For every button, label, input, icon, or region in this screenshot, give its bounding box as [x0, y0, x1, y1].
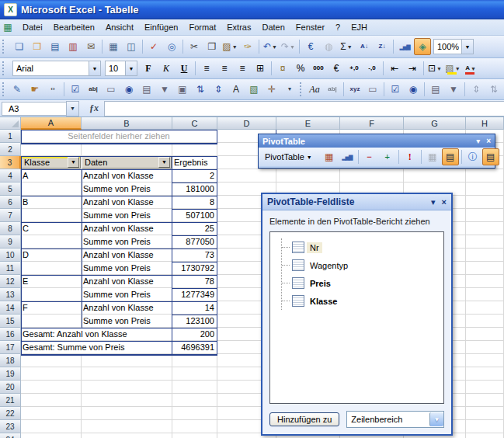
- cell-b24[interactable]: [82, 433, 172, 438]
- column-header-e[interactable]: E: [276, 117, 340, 130]
- font-color-button[interactable]: A▼: [462, 60, 479, 77]
- image-button[interactable]: ▧: [245, 81, 262, 98]
- command-button-button[interactable]: ▭: [103, 81, 120, 98]
- forms-label-button[interactable]: Aa: [306, 81, 323, 98]
- cell-b22[interactable]: [82, 407, 172, 420]
- cell-b12[interactable]: Anzahl von Klasse: [82, 275, 172, 288]
- save-button[interactable]: ▤: [47, 38, 64, 55]
- checkbox-button[interactable]: ☑: [67, 81, 84, 98]
- cell-c18[interactable]: [172, 354, 217, 367]
- chevron-down-icon[interactable]: ▼: [429, 412, 443, 426]
- cell-a12[interactable]: E: [21, 275, 82, 288]
- menu-item-format[interactable]: Format: [183, 21, 221, 33]
- list-box-button[interactable]: ▤: [138, 81, 155, 98]
- zoom-combo[interactable]: 100%▼: [433, 39, 474, 54]
- sort-descending-button[interactable]: Z↓: [374, 38, 391, 55]
- forms-list-box-button[interactable]: ▤: [427, 81, 444, 98]
- field-item-preis[interactable]: Preis: [282, 274, 440, 292]
- cell-c6[interactable]: 8: [172, 196, 217, 209]
- row-header-8[interactable]: 8: [0, 222, 21, 235]
- cell-b9[interactable]: Summe von Preis: [82, 235, 172, 249]
- forms-button-button[interactable]: ▭: [364, 81, 381, 98]
- cell-a8[interactable]: C: [21, 222, 82, 235]
- cell-b3[interactable]: Daten▼: [82, 156, 172, 169]
- cell-h14[interactable]: [466, 301, 504, 315]
- bold-button[interactable]: F: [140, 60, 157, 77]
- align-left-button[interactable]: ≡: [198, 60, 215, 77]
- field-item-wagentyp[interactable]: Wagentyp: [282, 256, 440, 274]
- combo-box-button[interactable]: ▼: [156, 81, 173, 98]
- cell-c12[interactable]: 78: [172, 275, 217, 288]
- forms-scrollbar-button[interactable]: ⇕: [468, 81, 485, 98]
- cell-a19[interactable]: [21, 367, 82, 381]
- properties-button[interactable]: ☛: [26, 81, 43, 98]
- cell-c2[interactable]: [172, 143, 217, 156]
- cell-h13[interactable]: [466, 288, 504, 301]
- merge-center-button[interactable]: ⊞: [252, 60, 269, 77]
- spin-button-button[interactable]: ⇅: [192, 81, 209, 98]
- more-controls-button[interactable]: ✛: [263, 81, 280, 98]
- cell-a20[interactable]: [21, 381, 82, 394]
- row-header-18[interactable]: 18: [0, 354, 21, 367]
- cell-a21[interactable]: [21, 394, 82, 407]
- thousands-separator-button[interactable]: 000: [310, 60, 327, 77]
- text-box-button[interactable]: ab|: [85, 81, 102, 98]
- row-header-1[interactable]: 1: [0, 130, 21, 143]
- format-report-button[interactable]: ▦: [321, 148, 338, 165]
- forms-spinner-button[interactable]: ⇅: [485, 81, 502, 98]
- pivot-field-dropdown-klasse[interactable]: ▼: [68, 157, 79, 168]
- hide-detail-button[interactable]: −: [361, 148, 378, 165]
- increase-indent-button[interactable]: ⇥: [404, 60, 421, 77]
- row-header-3[interactable]: 3: [0, 156, 21, 169]
- select-all-corner[interactable]: [0, 117, 21, 130]
- fill-color-button[interactable]: ▧▼: [444, 60, 461, 77]
- row-header-5[interactable]: 5: [0, 182, 21, 196]
- forms-combo-box-button[interactable]: ▼: [445, 81, 462, 98]
- cell-a11[interactable]: [21, 262, 82, 275]
- row-header-14[interactable]: 14: [0, 301, 21, 315]
- cell-b21[interactable]: [82, 394, 172, 407]
- decrease-indent-button[interactable]: ⇤: [386, 60, 403, 77]
- field-list-titlebar[interactable]: PivotTable-Feldliste ▾ ×: [262, 194, 451, 210]
- view-code-button[interactable]: ‹›: [44, 81, 61, 98]
- cell-h22[interactable]: [466, 407, 504, 420]
- pivottable-toolbar-titlebar[interactable]: PivotTable ▾ ×: [259, 134, 495, 148]
- cell-h5[interactable]: [466, 182, 504, 196]
- column-header-c[interactable]: C: [172, 117, 217, 130]
- scrollbar-button[interactable]: ⇕: [210, 81, 227, 98]
- row-header-7[interactable]: 7: [0, 209, 21, 222]
- cell-b4[interactable]: Anzahl von Klasse: [82, 169, 172, 182]
- cut-button[interactable]: ✂: [186, 38, 203, 55]
- menu-item-bearbeiten[interactable]: Bearbeiten: [48, 21, 100, 33]
- cell-h23[interactable]: [466, 420, 504, 433]
- menu-item-extras[interactable]: Extras: [221, 21, 256, 33]
- open-folder-button[interactable]: ❒: [29, 38, 46, 55]
- row-header-16[interactable]: 16: [0, 328, 21, 341]
- menu-item-einf-gen[interactable]: Einfügen: [139, 21, 183, 33]
- cell-b13[interactable]: Summe von Preis: [82, 288, 172, 301]
- column-header-a[interactable]: A: [21, 117, 82, 130]
- cell-a14[interactable]: F: [21, 301, 82, 315]
- cell-h6[interactable]: [466, 196, 504, 209]
- column-header-b[interactable]: B: [82, 117, 172, 130]
- cell-c10[interactable]: 73: [172, 249, 217, 262]
- increase-decimal-button[interactable]: +,0: [346, 60, 363, 77]
- row-header-12[interactable]: 12: [0, 275, 21, 288]
- cell-c22[interactable]: [172, 407, 217, 420]
- cell-a13[interactable]: [21, 288, 82, 301]
- cell-a4[interactable]: A: [21, 169, 82, 182]
- cell-d4[interactable]: [217, 169, 276, 182]
- row-header-24[interactable]: 24: [0, 433, 21, 438]
- cell-c5[interactable]: 181000: [172, 182, 217, 196]
- forms-group-box-button[interactable]: xyz: [346, 81, 363, 98]
- cell-h4[interactable]: [466, 169, 504, 182]
- window-close-button[interactable]: ×: [442, 197, 447, 207]
- cell-a18[interactable]: [21, 354, 82, 367]
- row-header-15[interactable]: 15: [0, 315, 21, 328]
- row-header-20[interactable]: 20: [0, 381, 21, 394]
- cell-c15[interactable]: 123100: [172, 315, 217, 328]
- name-box[interactable]: [2, 102, 66, 116]
- show-field-list-button[interactable]: ▤: [482, 148, 499, 165]
- cell-a7[interactable]: [21, 209, 82, 222]
- cell-c13[interactable]: 1277349: [172, 288, 217, 301]
